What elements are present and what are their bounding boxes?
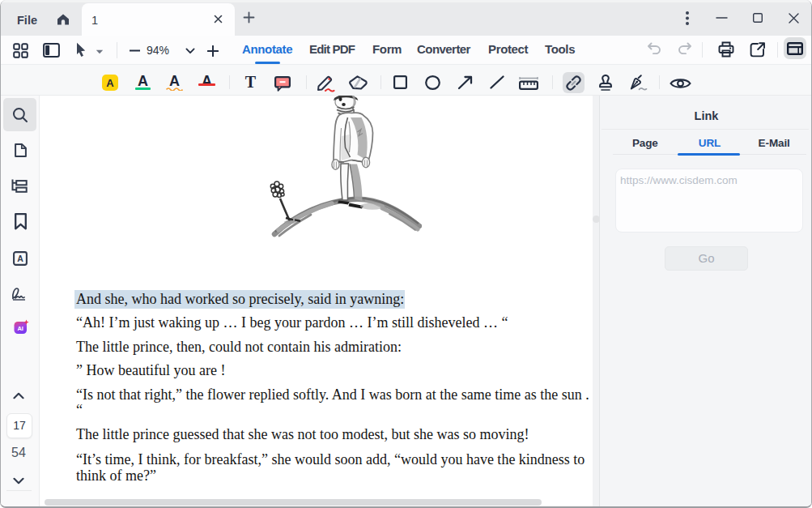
svg-text:A: A: [17, 254, 23, 263]
svg-text:AI: AI: [17, 325, 23, 332]
